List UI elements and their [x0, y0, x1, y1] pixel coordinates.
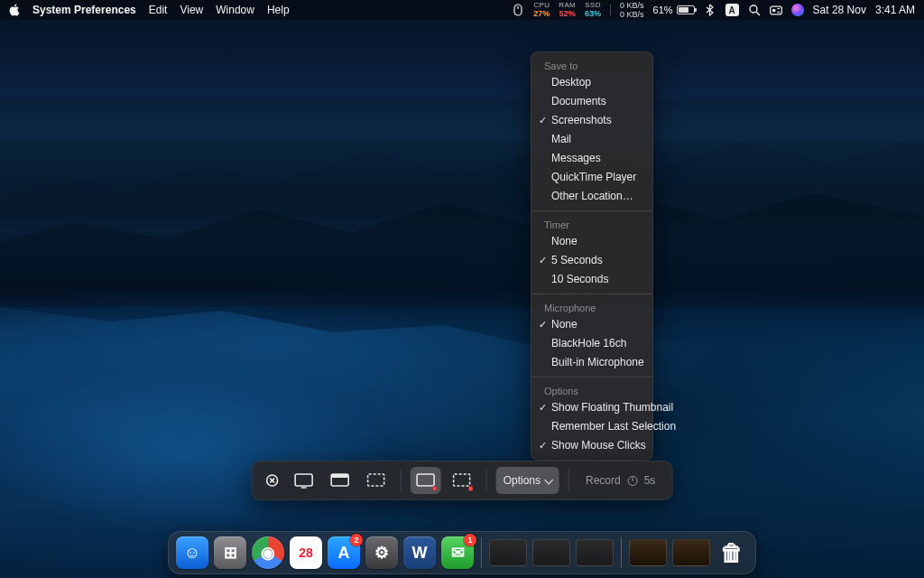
- dock-minimized-window[interactable]: [576, 539, 614, 566]
- active-app-name[interactable]: System Preferences: [32, 4, 136, 16]
- menubar-date[interactable]: Sat 28 Nov: [813, 4, 866, 16]
- timer-icon: [628, 476, 638, 486]
- dock-badge: 2: [350, 534, 363, 546]
- svg-point-5: [772, 8, 775, 12]
- chevron-down-icon: [545, 475, 554, 484]
- record-indicator-icon: [468, 486, 474, 491]
- menu-window[interactable]: Window: [216, 4, 254, 16]
- popover-separator: [531, 210, 652, 211]
- dock-app-launchpad[interactable]: ⊞: [214, 536, 246, 569]
- svg-rect-13: [368, 474, 384, 486]
- toolbar-separator: [568, 470, 569, 491]
- svg-rect-9: [295, 474, 312, 486]
- capture-selection-button[interactable]: [361, 467, 392, 494]
- mouse-status-icon[interactable]: [512, 4, 524, 16]
- popover-item[interactable]: Remember Last Selection: [531, 417, 652, 436]
- dock-trash[interactable]: 🗑: [716, 536, 748, 569]
- menu-view[interactable]: View: [180, 4, 203, 16]
- dock-app-appstore[interactable]: A2: [328, 536, 360, 569]
- record-selection-button[interactable]: [447, 467, 477, 494]
- screenshot-toolbar: Options Record5s: [252, 461, 673, 500]
- menubar-time[interactable]: 3:41 AM: [875, 4, 915, 16]
- ssd-usage[interactable]: SSD63%: [585, 2, 601, 18]
- spotlight-icon[interactable]: [748, 4, 761, 16]
- dock-separator: [481, 537, 482, 568]
- dock-stack[interactable]: [629, 539, 667, 566]
- dock-app-finder[interactable]: ☺: [176, 536, 208, 569]
- popover-separator: [531, 294, 652, 294]
- options-button[interactable]: Options: [496, 467, 559, 494]
- toolbar-separator: [486, 470, 487, 491]
- apple-menu-icon[interactable]: [9, 4, 20, 16]
- svg-point-2: [750, 5, 757, 13]
- popover-item[interactable]: Mail: [531, 130, 652, 149]
- popover-item[interactable]: QuickTime Player: [531, 168, 652, 187]
- popover-item[interactable]: Show Floating Thumbnail: [531, 398, 652, 417]
- capture-window-button[interactable]: [325, 467, 356, 494]
- record-indicator-icon: [432, 486, 438, 491]
- popover-item[interactable]: None: [531, 315, 652, 334]
- menubar-divider: [610, 5, 611, 15]
- popover-section-title: Save to: [531, 57, 652, 73]
- menu-bar: System Preferences Edit View Window Help…: [0, 0, 924, 20]
- dock-minimized-window[interactable]: [532, 539, 570, 566]
- menu-edit[interactable]: Edit: [149, 4, 168, 16]
- toolbar-separator: [401, 470, 402, 491]
- battery-status[interactable]: 61%: [653, 5, 695, 15]
- dock-app-messages[interactable]: ✉1: [441, 536, 474, 569]
- cpu-usage[interactable]: CPU27%: [533, 2, 550, 18]
- record-button[interactable]: Record5s: [578, 467, 662, 494]
- popover-item[interactable]: Other Location…: [531, 187, 652, 206]
- dock-app-calendar[interactable]: 28: [290, 536, 322, 569]
- popover-item[interactable]: Show Mouse Clicks: [531, 436, 652, 455]
- dock-app-settings[interactable]: ⚙: [365, 536, 398, 569]
- popover-separator: [531, 377, 652, 378]
- popover-item[interactable]: 5 Seconds: [531, 251, 652, 270]
- popover-section-title: Microphone: [531, 299, 652, 315]
- ram-usage[interactable]: RAM52%: [559, 2, 576, 18]
- svg-rect-4: [770, 6, 781, 14]
- svg-rect-0: [514, 5, 522, 15]
- menu-help[interactable]: Help: [267, 4, 290, 16]
- bluetooth-icon[interactable]: [704, 4, 716, 16]
- popover-item[interactable]: Documents: [531, 92, 652, 111]
- popover-item[interactable]: 10 Seconds: [531, 270, 652, 289]
- popover-item[interactable]: Desktop: [531, 73, 652, 92]
- siri-icon[interactable]: [791, 4, 804, 16]
- input-source-icon[interactable]: A: [725, 4, 739, 16]
- capture-entire-screen-button[interactable]: [289, 467, 319, 494]
- control-center-icon[interactable]: [770, 4, 782, 16]
- svg-rect-15: [454, 474, 470, 486]
- dock: ☺⊞◉28A2⚙W✉1🗑: [168, 531, 756, 574]
- svg-rect-14: [417, 474, 434, 486]
- dock-stack[interactable]: [672, 539, 710, 566]
- record-entire-screen-button[interactable]: [411, 467, 441, 494]
- popover-item[interactable]: None: [531, 232, 652, 251]
- popover-section-title: Options: [531, 382, 652, 398]
- dock-app-chrome[interactable]: ◉: [252, 536, 284, 569]
- screenshot-options-popover: Save toDesktopDocumentsScreenshotsMailMe…: [531, 51, 653, 461]
- popover-item[interactable]: Screenshots: [531, 111, 652, 130]
- popover-item[interactable]: Built-in Microphone: [531, 353, 652, 372]
- popover-item[interactable]: Messages: [531, 149, 652, 168]
- dock-separator: [621, 537, 622, 568]
- svg-rect-12: [331, 474, 348, 478]
- popover-section-title: Timer: [531, 216, 652, 232]
- network-usage[interactable]: 0 KB/s 0 KB/s: [620, 2, 644, 19]
- dock-app-word[interactable]: W: [403, 536, 436, 569]
- svg-line-3: [756, 12, 760, 15]
- dock-badge: 1: [464, 534, 476, 546]
- close-toolbar-button[interactable]: [262, 467, 283, 494]
- popover-item[interactable]: BlackHole 16ch: [531, 334, 652, 353]
- dock-minimized-window[interactable]: [489, 539, 527, 566]
